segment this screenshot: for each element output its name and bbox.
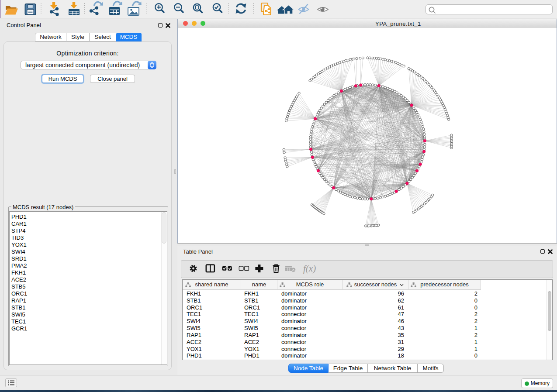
svg-text:f(x): f(x) [303,263,316,274]
